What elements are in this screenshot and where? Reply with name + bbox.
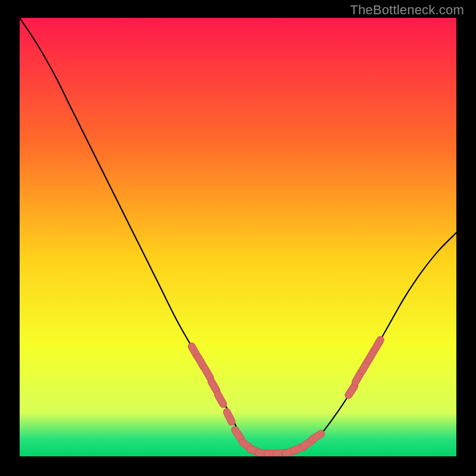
chart-plot-area [20, 18, 456, 456]
curve-marker [218, 394, 223, 404]
bottleneck-chart-svg [20, 18, 456, 456]
gradient-background [20, 18, 456, 456]
curve-marker [227, 412, 231, 422]
curve-marker [375, 340, 380, 349]
watermark-text: TheBottleneck.com [350, 2, 464, 18]
curve-marker [211, 381, 217, 391]
curve-marker [205, 368, 210, 378]
